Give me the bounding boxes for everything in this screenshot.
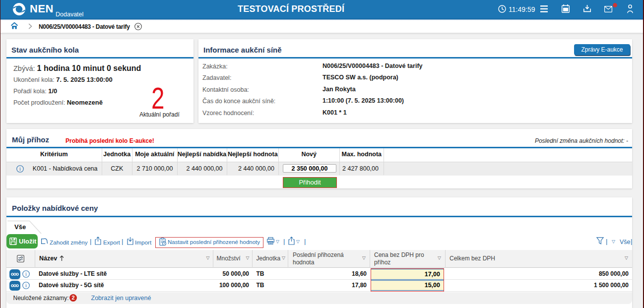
svg-text:i: i bbox=[25, 283, 27, 288]
svg-text:i: i bbox=[25, 271, 27, 277]
